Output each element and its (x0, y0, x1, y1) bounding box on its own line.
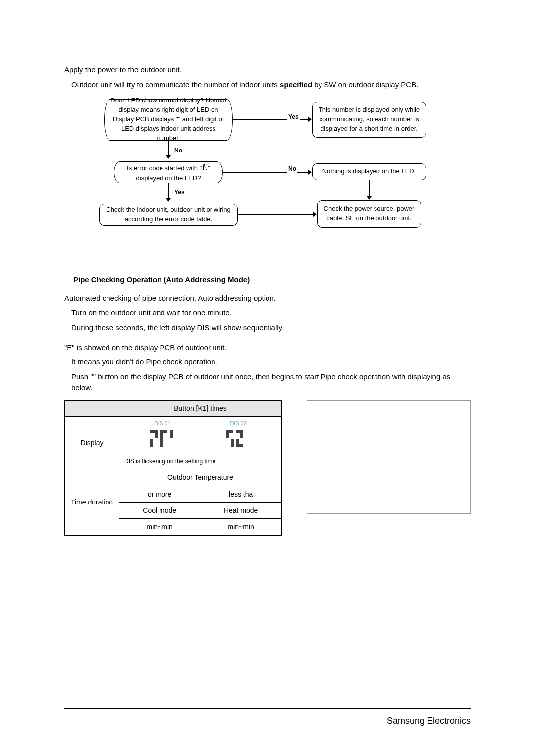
footer-rule (64, 708, 471, 709)
label-no-2: No (287, 165, 297, 173)
seg-left (148, 430, 177, 455)
cell-less-than: less tha (200, 486, 282, 502)
body-p1b: During these seconds, the left display D… (64, 322, 471, 333)
intro-line-1: Apply the power to the outdoor unit. (64, 64, 471, 75)
row-time-label: Time duration (65, 469, 119, 535)
svg-rect-4 (160, 430, 163, 447)
pcba-image-placeholder (307, 400, 471, 514)
arrow-act1-act2 (238, 214, 316, 215)
intro-line-2-post: by SW on outdoor display PCB. (312, 80, 418, 89)
svg-rect-1 (155, 430, 158, 438)
q2-symbol: E (202, 162, 208, 172)
footer-brand: Samsung Electronics (387, 714, 471, 727)
svg-rect-10 (240, 430, 243, 438)
arrow-q2-act1 (168, 183, 169, 201)
arrow-note2-act2 (369, 180, 370, 199)
body-p1: Automated checking of pipe connection, A… (64, 293, 471, 303)
dis-note: DIS is flickering on the setting time. (124, 455, 276, 466)
cell-min-2: min~min (200, 519, 282, 535)
action-check-wiring: Check the indoor unit, outdoor unit or w… (99, 204, 238, 226)
hdr-button: Button [K1] times (119, 400, 282, 416)
dis01-label: DIS 01 (154, 420, 171, 428)
svg-rect-7 (226, 430, 229, 438)
svg-rect-8 (231, 439, 234, 447)
table-and-image-row: Button [K1] times Display DIS 01 DIS 02 … (64, 400, 471, 536)
note-nothing-displayed-text: Nothing is displayed on the LED. (322, 167, 416, 176)
svg-rect-5 (170, 430, 173, 438)
action-check-wiring-text: Check the indoor unit, outdoor unit or w… (105, 205, 232, 224)
flowchart: Does LED show normal display? Normal dis… (94, 99, 441, 257)
svg-rect-12 (236, 444, 243, 447)
svg-rect-2 (150, 439, 153, 447)
arrow-q2-note2 (223, 172, 311, 173)
cell-or-more: or more (119, 486, 200, 502)
label-yes-2: Yes (173, 188, 186, 197)
cell-cool-mode: Cool mode (119, 502, 200, 518)
decision-error-code: Is error code started with "E" displayed… (114, 161, 223, 183)
body-p1a: Turn on the outdoor unit and wait for on… (64, 307, 471, 318)
action-check-power: Check the power source, power cable, SE … (317, 200, 421, 228)
decision-led-normal: Does LED show normal display? Normal dis… (104, 99, 233, 141)
label-yes-1: Yes (287, 113, 300, 121)
decision-led-normal-text: Does LED show normal display? Normal dis… (109, 96, 227, 143)
arrow-q1-q2 (168, 141, 169, 158)
q2-pre: Is error code started with " (127, 164, 202, 172)
note-display-order-text: This number is displayed only while comm… (318, 105, 421, 134)
cell-min-1: min~min (119, 519, 200, 535)
action-check-power-text: Check the power source, power cable, SE … (322, 204, 416, 223)
body-p2: "E" is showed on the display PCB of outd… (64, 342, 471, 353)
dis02-label: DIS 02 (230, 420, 247, 428)
row-display-label: Display (65, 416, 119, 469)
intro-line-2-bold: specified (280, 80, 312, 89)
cell-heat-mode: Heat mode (200, 502, 282, 518)
intro-line-2: Outdoor unit will try to communicate the… (64, 79, 471, 90)
body-p2a: It means you didn't do Pipe check operat… (64, 356, 471, 367)
body-p3: Push "" button on the display PCB of out… (64, 371, 471, 393)
seven-segment-row (124, 430, 276, 455)
pipe-check-table: Button [K1] times Display DIS 01 DIS 02 … (64, 400, 282, 536)
label-no-1: No (173, 147, 183, 155)
decision-error-code-text: Is error code started with "E" displayed… (119, 161, 217, 183)
cell-outdoor-temp: Outdoor Temperature (119, 469, 282, 486)
note-nothing-displayed: Nothing is displayed on the LED. (312, 163, 426, 180)
section-title-pipe-checking: Pipe Checking Operation (Auto Addressing… (73, 274, 471, 285)
intro-line-2-pre: Outdoor unit will try to communicate the… (71, 80, 280, 89)
cell-empty-hdr (65, 400, 119, 416)
cell-display: DIS 01 DIS 02 DIS is flickering on the s… (119, 416, 282, 469)
note-display-order: This number is displayed only while comm… (312, 102, 426, 138)
seg-right (223, 430, 253, 455)
